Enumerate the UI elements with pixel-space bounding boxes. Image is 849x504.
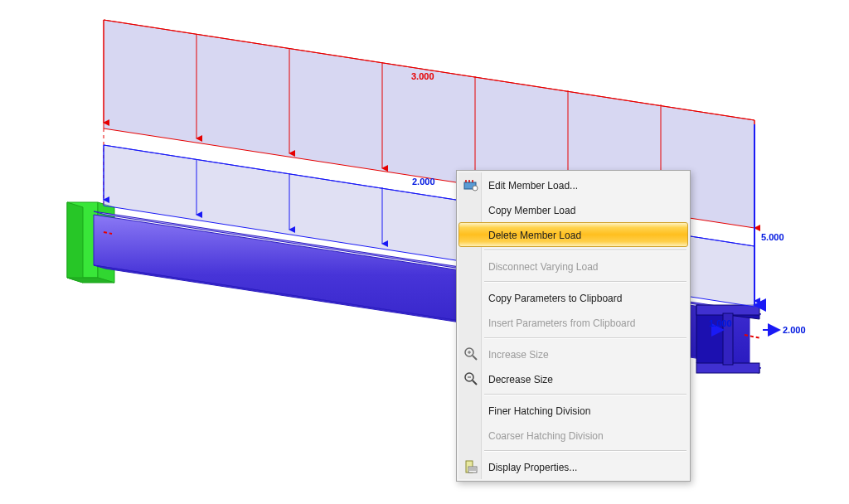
menu-label: Insert Parameters from Clipboard xyxy=(488,317,635,329)
menu-label: Delete Member Load xyxy=(488,230,581,241)
svg-point-39 xyxy=(473,186,478,191)
menu-disconnect-varying-load: Disconnect Varying Load xyxy=(458,254,688,279)
zoom-in-icon xyxy=(463,346,479,362)
edit-load-icon xyxy=(463,177,479,193)
menu-separator xyxy=(484,450,686,452)
menu-label: Decrease Size xyxy=(488,374,553,385)
menu-label: Coarser Hatching Division xyxy=(488,430,604,442)
svg-rect-10 xyxy=(723,313,733,365)
model-viewport[interactable]: 3.000 2.000 5.000 1.000 2.000 Edit Membe… xyxy=(0,0,849,504)
menu-coarser-hatching: Coarser Hatching Division xyxy=(458,423,688,448)
menu-insert-params: Insert Parameters from Clipboard xyxy=(458,310,688,335)
menu-delete-member-load[interactable]: Delete Member Load xyxy=(458,222,688,247)
menu-finer-hatching[interactable]: Finer Hatching Division xyxy=(458,398,688,423)
menu-label: Copy Parameters to Clipboard xyxy=(488,293,622,304)
svg-marker-1 xyxy=(67,202,83,283)
menu-separator xyxy=(484,250,686,251)
menu-edit-member-load[interactable]: Edit Member Load... xyxy=(458,172,688,197)
menu-label: Edit Member Load... xyxy=(488,180,578,191)
menu-increase-size: Increase Size xyxy=(458,342,688,366)
menu-display-properties[interactable]: Display Properties... xyxy=(458,454,688,479)
svg-line-41 xyxy=(473,356,477,360)
menu-separator xyxy=(484,281,686,283)
menu-label: Finer Hatching Division xyxy=(488,405,590,417)
svg-line-45 xyxy=(473,380,477,385)
properties-icon xyxy=(463,458,479,475)
menu-copy-params[interactable]: Copy Parameters to Clipboard xyxy=(458,285,688,310)
context-menu[interactable]: Edit Member Load... Copy Member Load Del… xyxy=(456,170,691,482)
zoom-out-icon xyxy=(463,371,479,387)
menu-label: Copy Member Load xyxy=(488,205,575,216)
menu-label: Disconnect Varying Load xyxy=(488,261,599,273)
menu-label: Display Properties... xyxy=(488,462,577,473)
scene-svg xyxy=(0,0,849,504)
menu-separator xyxy=(484,337,686,339)
menu-label: Increase Size xyxy=(488,349,549,361)
menu-copy-member-load[interactable]: Copy Member Load xyxy=(458,197,688,222)
menu-separator xyxy=(484,394,686,395)
menu-decrease-size[interactable]: Decrease Size xyxy=(458,366,688,391)
